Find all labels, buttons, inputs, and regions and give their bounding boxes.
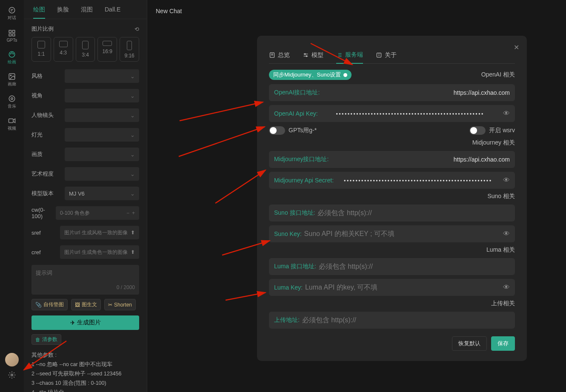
music-icon (8, 95, 16, 102)
label-portrait: 人物镜头 (31, 111, 65, 119)
select-model[interactable]: MJ V6⌄ (65, 187, 139, 200)
section-suno: Suno 相关 (269, 193, 515, 200)
chat-icon (8, 6, 16, 14)
label-lighting: 灯光 (31, 131, 65, 139)
nav-gpts[interactable]: GPTs (3, 27, 20, 44)
modal-tabs: 总览 模型 服务端 关于 (269, 51, 515, 64)
settings-modal: ✕ 总览 模型 服务端 关于 同步Midjourney、Suno设置 OpenA… (257, 36, 527, 361)
select-style[interactable]: ⌄ (65, 69, 139, 83)
tab-overview[interactable]: 总览 (269, 51, 290, 63)
eye-icon[interactable]: 👁 (503, 230, 510, 238)
luma-url-input[interactable]: Luma 接口地址: 必须包含 http(s):// (269, 258, 515, 275)
reset-icon[interactable]: ⟲ (134, 26, 139, 32)
image-icon (8, 73, 16, 80)
svg-point-20 (306, 56, 307, 57)
select-artistry[interactable]: ⌄ (65, 167, 139, 181)
upload-icon[interactable]: ⬆ (131, 230, 135, 236)
nav-draw[interactable]: 绘画 (3, 49, 20, 66)
svg-point-6 (11, 53, 12, 54)
save-button[interactable]: 保存 (491, 336, 515, 351)
openai-key-input[interactable]: OpenAI Api Key: ●●●●●●●●●●●●●●●●●●●●●●●●… (269, 105, 515, 122)
luma-key-input[interactable]: Luma Key: Luma API 的key, 可不填 👁 (269, 279, 515, 296)
close-icon[interactable]: ✕ (514, 43, 519, 51)
chat-title: New Chat (147, 0, 566, 22)
nav-chat[interactable]: 对话 (3, 5, 20, 22)
ratio-1-1[interactable]: 1:1 (31, 37, 51, 62)
select-quality[interactable]: ⌄ (65, 148, 139, 161)
chip-shorten[interactable]: ✂Shorten (104, 299, 136, 310)
nav-gallery[interactable]: 画廊 (3, 71, 20, 88)
section-upload: 上传相关 (269, 300, 515, 307)
select-lighting[interactable]: ⌄ (65, 128, 139, 142)
section-luma: Luma 相关 (269, 246, 515, 254)
nav-video[interactable]: 视频 (3, 116, 20, 133)
mj-url-input[interactable]: Midjourney接口地址: https://api.cxhao.com (269, 151, 515, 168)
eye-icon[interactable]: 👁 (503, 284, 510, 291)
upload-icon[interactable]: ⬆ (131, 249, 135, 255)
suno-url-input[interactable]: Suno 接口地址: 必须包含 http(s):// (269, 205, 515, 222)
ratio-4-3[interactable]: 4:3 (54, 37, 73, 62)
char-count: 0 / 2000 (36, 284, 135, 290)
upload-url-input[interactable]: 上传地址: 必须包含 http(s):// (269, 312, 515, 329)
side-tabs: 绘图 换脸 混图 Dall.E (24, 0, 147, 19)
clear-params[interactable]: 🗑 清参数 (31, 334, 61, 345)
ratio-label: 图片比例 (31, 25, 54, 33)
sync-pill[interactable]: 同步Midjourney、Suno设置 (269, 70, 352, 80)
chip-img2text[interactable]: 🖼图生文 (71, 299, 101, 310)
label-artistry: 艺术程度 (31, 170, 65, 178)
toggle-wsrv[interactable]: 开启 wsrv (469, 126, 515, 135)
mj-secret-input[interactable]: Midjourney Api Secret: ●●●●●●●●●●●●●●●●●… (269, 172, 515, 189)
svg-point-9 (10, 75, 11, 76)
plus-icon[interactable]: + (132, 210, 135, 216)
sliders-icon (303, 52, 309, 58)
settings-gear[interactable] (3, 366, 20, 383)
label-cw: cw(0-100) (31, 207, 56, 219)
tab-model[interactable]: 模型 (303, 51, 323, 63)
tab-dalle[interactable]: Dall.E (105, 6, 120, 19)
eye-icon[interactable]: 👁 (503, 176, 510, 184)
generate-button[interactable]: ✈ 生成图片 (31, 315, 139, 330)
svg-rect-12 (9, 119, 14, 123)
tab-faceswap[interactable]: 换脸 (57, 6, 69, 19)
select-angle[interactable]: ⌄ (65, 89, 139, 102)
minus-icon[interactable]: − (126, 210, 129, 216)
tab-blend[interactable]: 混图 (81, 6, 93, 19)
tab-draw[interactable]: 绘图 (33, 6, 45, 19)
svg-point-7 (13, 54, 14, 54)
chip-upload-ref[interactable]: 📎自传垫图 (31, 299, 68, 310)
svg-point-10 (9, 96, 15, 102)
input-sref[interactable]: ⬆ (60, 226, 139, 239)
hints: 其他参数 : 1 --no 忽略 --no car 图中不出现车 2 --see… (31, 351, 139, 392)
ratio-3-4[interactable]: 3:4 (76, 37, 95, 62)
nav-music[interactable]: 音乐 (3, 94, 20, 111)
svg-point-11 (11, 98, 13, 100)
info-icon (376, 52, 382, 58)
toggle-gpts[interactable]: GPTs用g-* (269, 126, 317, 135)
svg-rect-2 (9, 34, 11, 36)
label-angle: 视角 (31, 92, 65, 99)
openai-url-input[interactable]: OpenAI接口地址: https://api.cxhao.com (269, 84, 515, 101)
eye-icon[interactable]: 👁 (503, 110, 510, 117)
label-quality: 画质 (31, 151, 65, 158)
video-icon (8, 117, 16, 125)
reset-button[interactable]: 恢复默认 (452, 336, 487, 351)
list-icon (336, 52, 343, 58)
ratio-9-16[interactable]: 9:16 (120, 37, 139, 62)
svg-point-19 (304, 54, 306, 55)
gear-icon (8, 371, 16, 379)
avatar[interactable] (5, 353, 19, 366)
input-cw[interactable]: −+ (56, 206, 139, 220)
label-model: 模型版本 (31, 190, 65, 197)
left-nav: 对话 GPTs 绘画 画廊 音乐 视频 (0, 0, 24, 392)
ratio-16-9[interactable]: 16:9 (97, 37, 117, 62)
label-style: 风格 (31, 72, 65, 80)
select-portrait[interactable]: ⌄ (65, 108, 139, 122)
svg-point-5 (10, 54, 11, 54)
input-cref[interactable]: ⬆ (60, 245, 139, 259)
tab-server[interactable]: 服务端 (336, 51, 363, 64)
ratio-row: 1:1 4:3 3:4 16:9 9:16 (31, 37, 139, 62)
suno-key-input[interactable]: Suno Key: Suno API 的相关KEY ; 可不填 👁 (269, 225, 515, 242)
prompt-textarea[interactable]: 0 / 2000 (31, 265, 139, 295)
tab-about[interactable]: 关于 (376, 51, 397, 63)
svg-point-29 (379, 54, 379, 54)
